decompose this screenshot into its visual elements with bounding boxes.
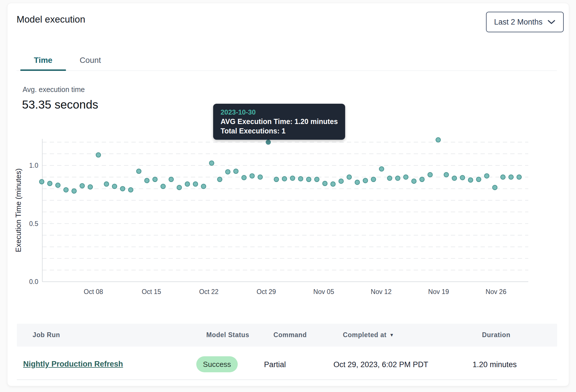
column-header-command: Command (273, 331, 307, 339)
table-header: Job Run Model Status Command Completed a… (17, 324, 557, 347)
data-point[interactable] (193, 182, 198, 186)
tooltip-total-executions: Total Executions: 1 (221, 127, 338, 135)
data-point[interactable] (420, 177, 424, 182)
data-point[interactable] (47, 181, 52, 186)
avg-execution-time-label: Avg. execution time (23, 85, 85, 94)
data-point[interactable] (250, 174, 254, 178)
tooltip-avg-execution-time: AVG Execution Time: 1.20 minutes (221, 117, 338, 126)
y-tick-label: 1.0 (29, 162, 38, 169)
data-point[interactable] (307, 177, 311, 182)
chevron-down-icon (547, 19, 556, 25)
y-tick-label: 0.5 (29, 220, 38, 227)
data-point[interactable] (72, 189, 76, 193)
data-point[interactable] (217, 177, 222, 182)
data-point[interactable] (403, 175, 408, 179)
x-tick-label: Nov 05 (313, 288, 334, 295)
data-point[interactable] (258, 175, 263, 179)
avg-execution-time-value: 53.35 seconds (22, 98, 98, 111)
data-point[interactable] (323, 181, 327, 186)
data-point[interactable] (169, 177, 173, 182)
sort-descending-icon: ▼ (389, 333, 394, 338)
data-point[interactable] (64, 187, 68, 192)
duration-cell: 1.20 minutes (473, 360, 517, 369)
active-tab-underline (20, 69, 66, 71)
data-point[interactable] (444, 173, 449, 177)
x-tick-label: Oct 22 (199, 288, 219, 295)
data-point[interactable] (395, 176, 400, 181)
x-tick-label: Oct 15 (142, 288, 161, 295)
y-axis-title: Execution Time (minutes) (14, 168, 23, 252)
tab-count[interactable]: Count (72, 51, 109, 69)
data-point[interactable] (493, 185, 497, 190)
data-point[interactable] (153, 177, 157, 182)
data-point[interactable] (56, 183, 60, 187)
model-execution-card: Model execution Last 2 Months Time Count… (7, 3, 569, 386)
data-point[interactable] (363, 178, 368, 183)
date-range-label: Last 2 Months (494, 18, 543, 27)
x-tick-label: Oct 08 (84, 288, 103, 295)
row-divider (17, 379, 557, 380)
data-point[interactable] (209, 161, 214, 165)
data-point[interactable] (509, 175, 513, 179)
execution-time-scatter-chart: 0.00.51.0Execution Time (minutes)Oct 08O… (7, 126, 569, 303)
tabs-divider (17, 71, 557, 71)
job-run-link[interactable]: Nightly Production Refresh (23, 360, 123, 369)
data-point[interactable] (120, 186, 125, 191)
data-point[interactable] (129, 187, 133, 192)
data-point[interactable] (80, 183, 85, 188)
x-tick-label: Oct 29 (257, 288, 276, 295)
data-point[interactable] (331, 182, 335, 186)
data-point[interactable] (39, 179, 44, 184)
date-range-dropdown[interactable]: Last 2 Months (486, 12, 564, 32)
data-point[interactable] (428, 173, 432, 177)
data-point[interactable] (517, 175, 521, 179)
data-point[interactable] (387, 176, 392, 181)
data-point[interactable] (436, 137, 441, 142)
data-point[interactable] (274, 177, 279, 182)
data-point[interactable] (379, 167, 384, 171)
data-point[interactable] (104, 182, 109, 186)
chart-tooltip: 2023-10-30 AVG Execution Time: 1.20 minu… (213, 104, 345, 140)
data-point[interactable] (315, 177, 319, 182)
x-tick-label: Nov 26 (486, 288, 507, 295)
data-point[interactable] (145, 178, 149, 183)
column-header-duration: Duration (482, 331, 510, 339)
data-point[interactable] (242, 175, 246, 180)
tab-time[interactable]: Time (20, 51, 66, 69)
data-point[interactable] (460, 175, 465, 180)
data-point[interactable] (468, 178, 473, 182)
data-point[interactable] (96, 153, 101, 157)
data-point[interactable] (137, 169, 141, 173)
data-point[interactable] (282, 177, 287, 181)
data-point[interactable] (290, 176, 295, 181)
data-point[interactable] (177, 185, 181, 190)
data-point[interactable] (225, 169, 230, 174)
column-header-job-run: Job Run (33, 331, 60, 339)
status-badge: Success (196, 356, 238, 372)
data-point[interactable] (452, 176, 457, 181)
page-title: Model execution (17, 14, 85, 25)
data-point[interactable] (485, 174, 489, 178)
column-header-completed-at[interactable]: Completed at ▼ (343, 331, 394, 339)
data-point[interactable] (161, 184, 165, 189)
data-point[interactable] (371, 177, 376, 182)
command-cell: Partial (264, 360, 286, 369)
data-point[interactable] (412, 179, 416, 183)
data-point[interactable] (355, 180, 359, 185)
data-point[interactable] (501, 175, 505, 179)
data-point[interactable] (298, 177, 303, 181)
data-point[interactable] (201, 184, 206, 189)
x-tick-label: Nov 19 (428, 288, 449, 295)
completed-at-cell: Oct 29, 2023, 6:02 PM PDT (333, 360, 428, 369)
data-point[interactable] (185, 182, 190, 186)
data-point[interactable] (347, 175, 351, 179)
x-tick-label: Nov 12 (371, 288, 392, 295)
data-point[interactable] (112, 184, 117, 189)
data-point[interactable] (339, 179, 343, 183)
y-tick-label: 0.0 (29, 278, 38, 285)
data-point-highlighted[interactable] (266, 140, 271, 145)
data-point[interactable] (476, 177, 481, 182)
data-point[interactable] (88, 185, 93, 189)
column-header-model-status: Model Status (206, 331, 249, 339)
data-point[interactable] (234, 169, 238, 173)
